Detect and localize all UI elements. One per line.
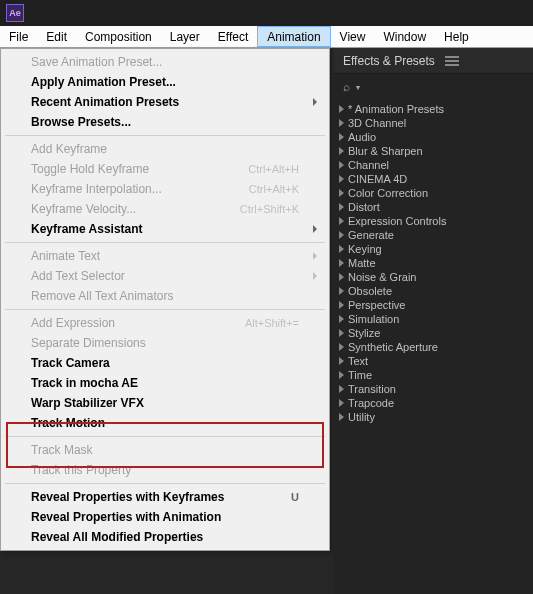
tree-item[interactable]: Utility (333, 410, 533, 424)
disclosure-triangle-icon (339, 161, 344, 169)
menu-item-label: Remove All Text Animators (31, 289, 174, 303)
menu-item-label: Track Motion (31, 416, 105, 430)
menu-item-label: Keyframe Interpolation... (31, 182, 162, 196)
menu-item: Separate Dimensions (3, 333, 327, 353)
disclosure-triangle-icon (339, 385, 344, 393)
tree-item[interactable]: CINEMA 4D (333, 172, 533, 186)
menu-item[interactable]: Apply Animation Preset... (3, 72, 327, 92)
menu-item: Animate Text (3, 246, 327, 266)
app-logo-text: Ae (9, 8, 21, 18)
tree-item[interactable]: Time (333, 368, 533, 382)
menu-item-label: Browse Presets... (31, 115, 131, 129)
tree-item-label: * Animation Presets (348, 103, 444, 115)
menu-item: Save Animation Preset... (3, 52, 327, 72)
chevron-down-icon: ▾ (356, 83, 360, 92)
menu-item-label: Keyframe Velocity... (31, 202, 136, 216)
menu-item[interactable]: Keyframe Assistant (3, 219, 327, 239)
menu-item[interactable]: Warp Stabilizer VFX (3, 393, 327, 413)
menu-item: Add Keyframe (3, 139, 327, 159)
menu-item[interactable]: Reveal Properties with Animation (3, 507, 327, 527)
animation-menu-dropdown: Save Animation Preset...Apply Animation … (0, 48, 330, 551)
menu-file[interactable]: File (0, 26, 37, 47)
tree-item-label: Noise & Grain (348, 271, 416, 283)
tree-item-label: Simulation (348, 313, 399, 325)
tree-item-label: Generate (348, 229, 394, 241)
menu-layer[interactable]: Layer (161, 26, 209, 47)
disclosure-triangle-icon (339, 315, 344, 323)
disclosure-triangle-icon (339, 119, 344, 127)
tree-item[interactable]: Audio (333, 130, 533, 144)
menu-edit[interactable]: Edit (37, 26, 76, 47)
effects-presets-panel: Effects & Presets ⌕ ▾ * Animation Preset… (333, 48, 533, 594)
tree-item[interactable]: Trapcode (333, 396, 533, 410)
menu-item: Track this Property (3, 460, 327, 480)
tree-item[interactable]: Simulation (333, 312, 533, 326)
menu-item-shortcut: Ctrl+Alt+K (249, 183, 299, 195)
menu-item-label: Reveal Properties with Animation (31, 510, 221, 524)
tree-item[interactable]: Perspective (333, 298, 533, 312)
disclosure-triangle-icon (339, 399, 344, 407)
tree-item-label: Channel (348, 159, 389, 171)
menu-item[interactable]: Browse Presets... (3, 112, 327, 132)
menu-item[interactable]: Reveal All Modified Properties (3, 527, 327, 547)
menu-item-label: Track in mocha AE (31, 376, 138, 390)
tree-item[interactable]: Generate (333, 228, 533, 242)
menu-animation[interactable]: Animation (257, 26, 330, 47)
menu-separator (5, 135, 325, 136)
menu-item: Add ExpressionAlt+Shift+= (3, 313, 327, 333)
disclosure-triangle-icon (339, 259, 344, 267)
panel-menu-icon[interactable] (445, 56, 459, 66)
menu-item: Remove All Text Animators (3, 286, 327, 306)
disclosure-triangle-icon (339, 217, 344, 225)
menu-item-label: Add Expression (31, 316, 115, 330)
menu-item[interactable]: Reveal Properties with KeyframesU (3, 487, 327, 507)
tree-item[interactable]: Keying (333, 242, 533, 256)
title-bar: Ae (0, 0, 533, 26)
menu-item-label: Recent Animation Presets (31, 95, 179, 109)
menu-separator (5, 309, 325, 310)
menu-item-shortcut: Alt+Shift+= (245, 317, 299, 329)
menu-item-label: Track this Property (31, 463, 131, 477)
tree-item[interactable]: Expression Controls (333, 214, 533, 228)
menu-separator (5, 483, 325, 484)
tree-item[interactable]: Distort (333, 200, 533, 214)
tree-item-label: Color Correction (348, 187, 428, 199)
menu-item-shortcut: U (291, 491, 299, 503)
panel-search[interactable]: ⌕ ▾ (333, 74, 533, 100)
panel-header: Effects & Presets (333, 48, 533, 74)
menu-item[interactable]: Track Motion (3, 413, 327, 433)
menu-help[interactable]: Help (435, 26, 478, 47)
menu-item-label: Separate Dimensions (31, 336, 146, 350)
tree-item[interactable]: Transition (333, 382, 533, 396)
tree-item-label: Expression Controls (348, 215, 446, 227)
disclosure-triangle-icon (339, 301, 344, 309)
tree-item[interactable]: 3D Channel (333, 116, 533, 130)
tree-item[interactable]: Matte (333, 256, 533, 270)
tree-item[interactable]: Blur & Sharpen (333, 144, 533, 158)
menu-effect[interactable]: Effect (209, 26, 257, 47)
tree-item[interactable]: Noise & Grain (333, 270, 533, 284)
tree-item[interactable]: Synthetic Aperture (333, 340, 533, 354)
tree-item-label: Keying (348, 243, 382, 255)
menu-view[interactable]: View (331, 26, 375, 47)
tree-item[interactable]: Text (333, 354, 533, 368)
tree-item-label: Utility (348, 411, 375, 423)
tree-item[interactable]: Stylize (333, 326, 533, 340)
workspace: Save Animation Preset...Apply Animation … (0, 48, 533, 594)
tree-item[interactable]: Obsolete (333, 284, 533, 298)
search-icon: ⌕ (343, 80, 350, 94)
tree-item-label: 3D Channel (348, 117, 406, 129)
menu-composition[interactable]: Composition (76, 26, 161, 47)
menu-window[interactable]: Window (374, 26, 435, 47)
menu-item-label: Reveal All Modified Properties (31, 530, 203, 544)
menu-item[interactable]: Track in mocha AE (3, 373, 327, 393)
tree-item[interactable]: * Animation Presets (333, 102, 533, 116)
disclosure-triangle-icon (339, 273, 344, 281)
menu-item[interactable]: Recent Animation Presets (3, 92, 327, 112)
menu-item-label: Track Camera (31, 356, 110, 370)
menu-item[interactable]: Track Camera (3, 353, 327, 373)
tree-item[interactable]: Channel (333, 158, 533, 172)
tree-item-label: Transition (348, 383, 396, 395)
tree-item[interactable]: Color Correction (333, 186, 533, 200)
menu-item-label: Warp Stabilizer VFX (31, 396, 144, 410)
